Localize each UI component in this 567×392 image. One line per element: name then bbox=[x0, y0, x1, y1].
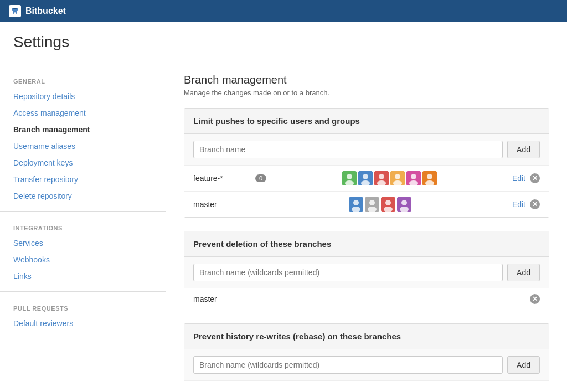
svg-point-28 bbox=[401, 200, 407, 205]
page-header: Settings bbox=[0, 22, 567, 60]
limit-pushes-card: Limit pushes to specific users and group… bbox=[184, 108, 549, 218]
master-actions-limit: Edit ✕ bbox=[512, 199, 540, 209]
svg-point-22 bbox=[369, 200, 375, 205]
prevent-deletion-header: Prevent deletion of these branches bbox=[184, 231, 549, 257]
master-avatars bbox=[253, 197, 508, 212]
feature-avatars bbox=[271, 171, 508, 185]
master-remove-button-limit[interactable]: ✕ bbox=[530, 199, 540, 209]
sidebar-section-general: GENERAL Repository details Access manage… bbox=[0, 71, 166, 204]
avatar bbox=[358, 171, 373, 185]
content-area: GENERAL Repository details Access manage… bbox=[0, 60, 567, 392]
main-content: Branch management Manage the changes mad… bbox=[166, 60, 567, 392]
page-title: Settings bbox=[13, 33, 554, 51]
deletion-master-name: master bbox=[193, 295, 530, 303]
avatar bbox=[381, 197, 395, 212]
sidebar-section-pull-requests: PULL REQUESTS Default reviewers bbox=[0, 298, 166, 332]
rewrite-branch-name-input[interactable] bbox=[193, 356, 503, 374]
sidebar-item-transfer-repository[interactable]: Transfer repository bbox=[0, 171, 166, 188]
branch-name-feature: feature-* bbox=[193, 174, 249, 183]
limit-pushes-add-button[interactable]: Add bbox=[507, 141, 540, 158]
svg-point-25 bbox=[385, 200, 391, 205]
sidebar-section-integrations: INTEGRATIONS Services Webhooks Links bbox=[0, 218, 166, 285]
sidebar-item-access-management[interactable]: Access management bbox=[0, 105, 166, 121]
prevent-deletion-input-row: Add bbox=[184, 257, 549, 288]
sidebar: GENERAL Repository details Access manage… bbox=[0, 60, 166, 392]
svg-point-7 bbox=[379, 174, 384, 179]
prevent-rewrite-header: Prevent history re-writes (rebase) on th… bbox=[184, 324, 549, 349]
sidebar-item-services[interactable]: Services bbox=[0, 235, 166, 251]
branch-name-input[interactable] bbox=[193, 141, 503, 158]
sidebar-divider-2 bbox=[0, 291, 166, 292]
prevent-deletion-title: Prevent deletion of these branches bbox=[193, 239, 540, 249]
deletion-add-button[interactable]: Add bbox=[507, 264, 540, 281]
feature-remove-button[interactable]: ✕ bbox=[530, 173, 540, 183]
feature-actions: Edit ✕ bbox=[512, 173, 540, 183]
sidebar-item-username-aliases[interactable]: Username aliases bbox=[0, 138, 166, 154]
sidebar-item-links[interactable]: Links bbox=[0, 268, 166, 285]
sidebar-item-branch-management[interactable]: Branch management bbox=[0, 121, 166, 138]
logo-text: Bitbucket bbox=[25, 6, 66, 16]
table-row: feature-* 0 bbox=[184, 166, 549, 192]
branch-management-subtitle: Manage the changes made on or to a branc… bbox=[184, 89, 549, 97]
sidebar-divider-1 bbox=[0, 211, 166, 212]
sidebar-section-label-general: GENERAL bbox=[0, 71, 166, 88]
prevent-deletion-card: Prevent deletion of these branches Add m… bbox=[184, 231, 549, 310]
svg-point-10 bbox=[395, 174, 400, 179]
prevent-rewrite-title: Prevent history re-writes (rebase) on th… bbox=[193, 332, 540, 341]
feature-badge: 0 bbox=[255, 174, 266, 182]
avatar bbox=[397, 197, 411, 212]
branch-name-master-limit: master bbox=[193, 200, 249, 209]
sidebar-item-delete-repository[interactable]: Delete repository bbox=[0, 188, 166, 204]
svg-point-1 bbox=[347, 174, 352, 179]
avatar bbox=[374, 171, 389, 185]
svg-point-13 bbox=[411, 174, 416, 179]
sidebar-section-label-integrations: INTEGRATIONS bbox=[0, 218, 166, 235]
limit-pushes-header: Limit pushes to specific users and group… bbox=[184, 109, 549, 134]
avatar bbox=[365, 197, 379, 212]
svg-point-4 bbox=[363, 174, 368, 179]
prevent-rewrite-input-row: Add bbox=[184, 349, 549, 381]
master-edit-button[interactable]: Edit bbox=[512, 200, 525, 209]
topbar: Bitbucket bbox=[0, 0, 567, 22]
svg-point-19 bbox=[353, 200, 359, 205]
deletion-branch-name-input[interactable] bbox=[193, 264, 503, 281]
prevent-rewrite-card: Prevent history re-writes (rebase) on th… bbox=[184, 323, 549, 381]
bitbucket-icon bbox=[9, 5, 21, 17]
avatar bbox=[342, 171, 357, 185]
sidebar-item-repo-details[interactable]: Repository details bbox=[0, 88, 166, 105]
logo[interactable]: Bitbucket bbox=[9, 5, 66, 17]
branch-management-title: Branch management bbox=[184, 74, 549, 86]
avatar bbox=[349, 197, 363, 212]
feature-edit-button[interactable]: Edit bbox=[512, 174, 525, 183]
limit-pushes-title: Limit pushes to specific users and group… bbox=[193, 116, 540, 126]
sidebar-item-deployment-keys[interactable]: Deployment keys bbox=[0, 154, 166, 171]
deletion-master-remove-button[interactable]: ✕ bbox=[530, 294, 540, 304]
avatar bbox=[422, 171, 437, 185]
avatar bbox=[406, 171, 421, 185]
limit-pushes-input-row: Add bbox=[184, 134, 549, 166]
table-row: master ✕ bbox=[184, 288, 549, 310]
sidebar-item-webhooks[interactable]: Webhooks bbox=[0, 251, 166, 268]
rewrite-add-button[interactable]: Add bbox=[507, 356, 540, 374]
svg-point-16 bbox=[427, 174, 432, 179]
table-row: master bbox=[184, 192, 549, 217]
avatar bbox=[390, 171, 405, 185]
sidebar-section-label-pull-requests: PULL REQUESTS bbox=[0, 298, 166, 315]
sidebar-item-default-reviewers[interactable]: Default reviewers bbox=[0, 315, 166, 332]
